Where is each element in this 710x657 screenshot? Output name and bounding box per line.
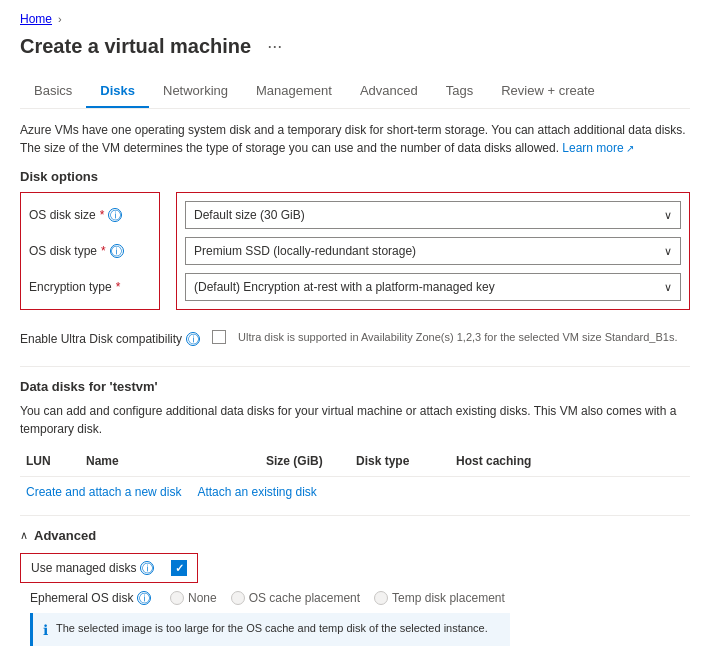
os-disk-size-label-row: OS disk size * ⓘ <box>29 201 151 229</box>
page-description: Azure VMs have one operating system disk… <box>20 121 690 157</box>
ultra-disk-label-text: Enable Ultra Disk compatibility <box>20 332 182 346</box>
breadcrumb-home[interactable]: Home <box>20 12 52 26</box>
tab-tags[interactable]: Tags <box>432 75 487 108</box>
section-divider-1 <box>20 366 690 367</box>
advanced-header[interactable]: ∧ Advanced <box>20 528 690 543</box>
ephemeral-label-text: Ephemeral OS disk <box>30 591 133 605</box>
ephemeral-os-cache-label: OS cache placement <box>249 591 360 605</box>
encryption-type-chevron: ∨ <box>664 281 672 294</box>
data-disks-section: Data disks for 'testvm' You can add and … <box>20 379 690 503</box>
breadcrumb: Home › <box>20 12 690 26</box>
tab-basics[interactable]: Basics <box>20 75 86 108</box>
data-disks-description: You can add and configure additional dat… <box>20 402 690 438</box>
managed-disks-label-text: Use managed disks <box>31 561 136 575</box>
advanced-section: ∧ Advanced Use managed disks ⓘ Ephemeral… <box>20 528 690 646</box>
ephemeral-label: Ephemeral OS disk ⓘ <box>30 591 160 605</box>
os-disk-size-required: * <box>100 208 105 222</box>
encryption-type-label: Encryption type <box>29 280 112 294</box>
data-disks-title: Data disks for 'testvm' <box>20 379 690 394</box>
ephemeral-none-option[interactable]: None <box>170 591 217 605</box>
ephemeral-os-cache-option[interactable]: OS cache placement <box>231 591 360 605</box>
encryption-type-select[interactable]: (Default) Encryption at-rest with a plat… <box>185 273 681 301</box>
col-lun: LUN <box>20 450 80 472</box>
tab-disks[interactable]: Disks <box>86 75 149 108</box>
encryption-type-required: * <box>116 280 121 294</box>
ultra-disk-label: Enable Ultra Disk compatibility ⓘ <box>20 332 200 346</box>
ephemeral-temp-disk-label: Temp disk placement <box>392 591 505 605</box>
ephemeral-os-cache-radio[interactable] <box>231 591 245 605</box>
disk-options-title: Disk options <box>20 169 690 184</box>
info-circle-icon: ℹ <box>43 622 48 638</box>
ephemeral-radio-options: None OS cache placement Temp disk placem… <box>170 591 505 605</box>
os-disk-type-select[interactable]: Premium SSD (locally-redundant storage) … <box>185 237 681 265</box>
ephemeral-none-radio[interactable] <box>170 591 184 605</box>
advanced-chevron-icon: ∧ <box>20 529 28 542</box>
os-disk-type-required: * <box>101 244 106 258</box>
breadcrumb-separator: › <box>58 13 62 25</box>
attach-existing-disk-button[interactable]: Attach an existing disk <box>197 485 316 499</box>
tab-advanced[interactable]: Advanced <box>346 75 432 108</box>
tab-bar: Basics Disks Networking Management Advan… <box>20 75 690 109</box>
advanced-title: Advanced <box>34 528 96 543</box>
os-disk-type-info-icon[interactable]: ⓘ <box>110 244 124 258</box>
ephemeral-temp-disk-radio[interactable] <box>374 591 388 605</box>
tab-networking[interactable]: Networking <box>149 75 242 108</box>
ephemeral-os-disk-row: Ephemeral OS disk ⓘ None OS cache placem… <box>20 591 690 605</box>
more-options-button[interactable]: ··· <box>261 34 288 59</box>
create-attach-disk-button[interactable]: Create and attach a new disk <box>26 485 181 499</box>
ultra-disk-info-icon[interactable]: ⓘ <box>186 332 200 346</box>
managed-disks-info-icon[interactable]: ⓘ <box>140 561 154 575</box>
ephemeral-temp-disk-option[interactable]: Temp disk placement <box>374 591 505 605</box>
managed-disks-row: Use managed disks ⓘ <box>20 553 198 583</box>
os-disk-size-label: OS disk size <box>29 208 96 222</box>
os-disk-size-value: Default size (30 GiB) <box>194 208 305 222</box>
section-divider-2 <box>20 515 690 516</box>
info-message-box: ℹ The selected image is too large for th… <box>30 613 510 646</box>
ultra-disk-checkbox[interactable] <box>212 330 226 344</box>
tab-review-create[interactable]: Review + create <box>487 75 609 108</box>
os-disk-size-select[interactable]: Default size (30 GiB) ∨ <box>185 201 681 229</box>
table-actions: Create and attach a new disk Attach an e… <box>20 477 690 503</box>
page-title-row: Create a virtual machine ··· <box>20 34 690 59</box>
learn-more-link[interactable]: Learn more <box>562 141 633 155</box>
data-disks-table-header: LUN Name Size (GiB) Disk type Host cachi… <box>20 446 690 477</box>
col-host-caching: Host caching <box>450 450 550 472</box>
managed-disks-checkbox[interactable] <box>171 560 187 576</box>
col-disk-type: Disk type <box>350 450 450 472</box>
disk-field-controls: Default size (30 GiB) ∨ Premium SSD (loc… <box>176 192 690 310</box>
ultra-disk-note: Ultra disk is supported in Availability … <box>238 330 677 345</box>
os-disk-type-label-row: OS disk type * ⓘ <box>29 237 151 265</box>
disk-options-panel: OS disk size * ⓘ OS disk type * ⓘ Encryp… <box>20 192 690 310</box>
os-disk-type-value: Premium SSD (locally-redundant storage) <box>194 244 416 258</box>
os-disk-size-chevron: ∨ <box>664 209 672 222</box>
encryption-type-label-row: Encryption type * <box>29 273 151 301</box>
managed-disks-label: Use managed disks ⓘ <box>31 561 161 575</box>
os-disk-type-chevron: ∨ <box>664 245 672 258</box>
os-disk-type-label: OS disk type <box>29 244 97 258</box>
encryption-type-value: (Default) Encryption at-rest with a plat… <box>194 280 495 294</box>
ephemeral-none-label: None <box>188 591 217 605</box>
ultra-disk-row: Enable Ultra Disk compatibility ⓘ Ultra … <box>20 326 690 350</box>
ephemeral-info-icon[interactable]: ⓘ <box>137 591 151 605</box>
info-message-text: The selected image is too large for the … <box>56 621 488 636</box>
os-disk-size-info-icon[interactable]: ⓘ <box>108 208 122 222</box>
col-size: Size (GiB) <box>260 450 350 472</box>
tab-management[interactable]: Management <box>242 75 346 108</box>
disk-field-labels: OS disk size * ⓘ OS disk type * ⓘ Encryp… <box>20 192 160 310</box>
page-title: Create a virtual machine <box>20 35 251 58</box>
col-name: Name <box>80 450 260 472</box>
